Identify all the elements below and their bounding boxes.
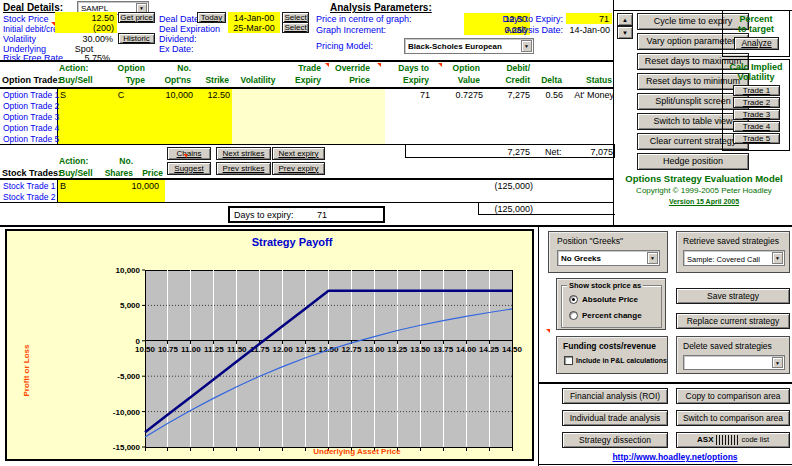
calc-iv-trade1-button[interactable]: Trade 1 [733, 85, 780, 96]
percent-target-box: Percent to target Analyze [722, 10, 790, 57]
svg-text:12.75: 12.75 [341, 345, 362, 354]
svg-text:13.75: 13.75 [433, 345, 454, 354]
prev-expiry-button[interactable]: Prev expiry [272, 162, 325, 175]
percent-change-radio[interactable] [569, 311, 578, 320]
svg-text:13.00: 13.00 [364, 345, 385, 354]
dropdown-arrow-icon[interactable]: ▼ [772, 252, 783, 264]
days-spinner-up[interactable]: ▲ [617, 13, 633, 26]
calc-iv-trade2-button[interactable]: Trade 2 [733, 97, 780, 108]
absolute-price-radio[interactable] [569, 295, 578, 304]
comment-indicator [377, 63, 381, 67]
replace-strategy-button[interactable]: Replace current strategy [676, 313, 790, 329]
volatility-value[interactable]: 30.00% [55, 34, 113, 44]
percent-target-line1: Percent [723, 14, 789, 24]
pricing-model-dropdown[interactable]: Black-Scholes European ▼ [404, 38, 534, 54]
deal-expiration-select-button[interactable]: Select [282, 22, 309, 33]
divider [0, 225, 792, 227]
divider [538, 464, 792, 465]
next-strikes-button[interactable]: Next strikes [216, 147, 271, 160]
svg-text:12.00: 12.00 [273, 345, 294, 354]
retrieve-dropdown-value: Sample: Covered Call [687, 255, 771, 264]
save-strategy-button[interactable]: Save strategy [676, 288, 790, 304]
days-to-expiry-cell[interactable]: 71 [566, 13, 612, 24]
funding-group: Funding costs/revenue Include in P&L cal… [556, 336, 668, 374]
calc-implied-line2: Volatility [723, 72, 789, 82]
asx-code-list-button[interactable]: ASX code list [676, 432, 790, 448]
divider [0, 144, 405, 145]
stock-trade-2-label: Stock Trade 2 [3, 192, 55, 202]
calc-iv-trade4-button[interactable]: Trade 4 [733, 121, 780, 132]
dropdown-arrow-icon[interactable]: ▼ [521, 40, 532, 52]
opt-h1-option: Option [95, 63, 145, 73]
individual-trade-analysis-button[interactable]: Individual trade analysis [562, 410, 668, 426]
switch-to-comparison-button[interactable]: Switch to comparison area [676, 410, 790, 426]
next-expiry-button[interactable]: Next expiry [272, 147, 325, 160]
opt-h2-credit: Credit [484, 75, 530, 85]
dropdown-arrow-icon[interactable]: ▼ [772, 357, 783, 368]
absolute-price-label[interactable]: Absolute Price [582, 295, 638, 304]
calc-implied-box: Calc Implied Volatility Trade 1 Trade 2 … [722, 59, 790, 151]
get-price-button[interactable]: Get price [118, 12, 155, 23]
days-spinner-down[interactable]: ▼ [617, 26, 633, 39]
stk-row1-amount: (125,000) [484, 181, 533, 191]
greeks-dropdown-value: No Greeks [561, 254, 646, 263]
calc-iv-trade5-button[interactable]: Trade 5 [733, 133, 780, 144]
opt-h1-debit: Debit/ [484, 63, 530, 73]
svg-text:12.25: 12.25 [296, 345, 317, 354]
calc-iv-trade3-button[interactable]: Trade 3 [733, 109, 780, 120]
hedge-position-button[interactable]: Hedge position [637, 153, 749, 170]
comment-indicator [51, 22, 55, 26]
days-to-expiry-bar: Days to expiry: 71 [228, 206, 385, 223]
stk-row1-buysell[interactable]: B [60, 181, 66, 191]
delete-dropdown[interactable]: ▼ [683, 355, 785, 370]
option-optional-region[interactable] [232, 89, 385, 144]
svg-text:-10,000: -10,000 [113, 408, 141, 417]
suggest-button[interactable]: Suggest [167, 162, 211, 175]
funding-checkbox-label[interactable]: Include in P&L calculations [576, 357, 667, 364]
opt-row1-qty[interactable]: 10,000 [147, 90, 193, 100]
hoadley-link[interactable]: http://www.hoadley.net/options [560, 452, 790, 462]
funding-checkbox[interactable] [564, 356, 573, 365]
copy-to-comparison-button[interactable]: Copy to comparison area [676, 388, 790, 404]
option-trades-section-label: Option Trade: [2, 75, 61, 85]
retrieve-dropdown[interactable]: Sample: Covered Call ▼ [683, 250, 785, 266]
opt-h2-days-expiry: Expiry [385, 75, 429, 85]
net-value: 7,075 [562, 147, 613, 157]
financial-analysis-button[interactable]: Financial analysis (ROI) [562, 388, 668, 404]
historic-button[interactable]: Historic [118, 33, 155, 44]
deal-date-label: Deal Date [159, 14, 199, 24]
percent-change-label[interactable]: Percent change [582, 311, 642, 320]
option-total-debit: 7,275 [484, 147, 530, 157]
greeks-dropdown[interactable]: No Greeks ▼ [557, 250, 660, 266]
today-button[interactable]: Today [197, 12, 226, 23]
opt-row1-status: At' Money [564, 90, 614, 100]
divider [0, 60, 614, 62]
deal-expiration-cell[interactable]: 25-Mar-00 [228, 22, 280, 33]
svg-text:11.50: 11.50 [227, 345, 247, 354]
chains-button[interactable]: Chains [167, 147, 211, 160]
dropdown-arrow-icon[interactable]: ▼ [647, 252, 658, 264]
opt-h2-buysell: Buy/Sell [59, 75, 93, 85]
opt-row1-buysell[interactable]: S [60, 90, 66, 100]
opt-h1-no: No. [147, 63, 191, 73]
stk-row1-shares[interactable]: 10,000 [95, 181, 159, 191]
svg-text:14.00: 14.00 [456, 345, 477, 354]
chart-x-axis-title: Underlying Asset Price [237, 447, 477, 456]
option-trade-2-label: Option Trade 2 [3, 101, 59, 111]
stk-h2-buysell: Buy/Sell [59, 168, 93, 178]
prev-strikes-button[interactable]: Prev strikes [216, 162, 271, 175]
option-trade-5-label: Option Trade 5 [3, 134, 59, 144]
opt-row1-strike[interactable]: 12.50 [195, 90, 230, 100]
payoff-chart: Strategy Payoff 10,0005,0000-5,000-10,00… [5, 229, 534, 461]
stock-trades-section-label: Stock Trades: [2, 168, 61, 178]
stock-total-amount: (125,000) [484, 204, 533, 214]
opt-row1-days: 71 [385, 90, 430, 100]
analyze-button[interactable]: Analyze [734, 37, 779, 50]
code-list-label: code list [741, 436, 769, 444]
strategy-dissection-button[interactable]: Strategy dissection [562, 432, 668, 448]
initial-debit-cell[interactable]: (200) [55, 22, 117, 33]
opt-row1-type[interactable]: C [95, 90, 147, 100]
option-trade-1-label: Option Trade 1 [3, 90, 59, 100]
stock-price-label: Stock Price [3, 14, 49, 24]
svg-text:-15,000: -15,000 [113, 443, 141, 452]
